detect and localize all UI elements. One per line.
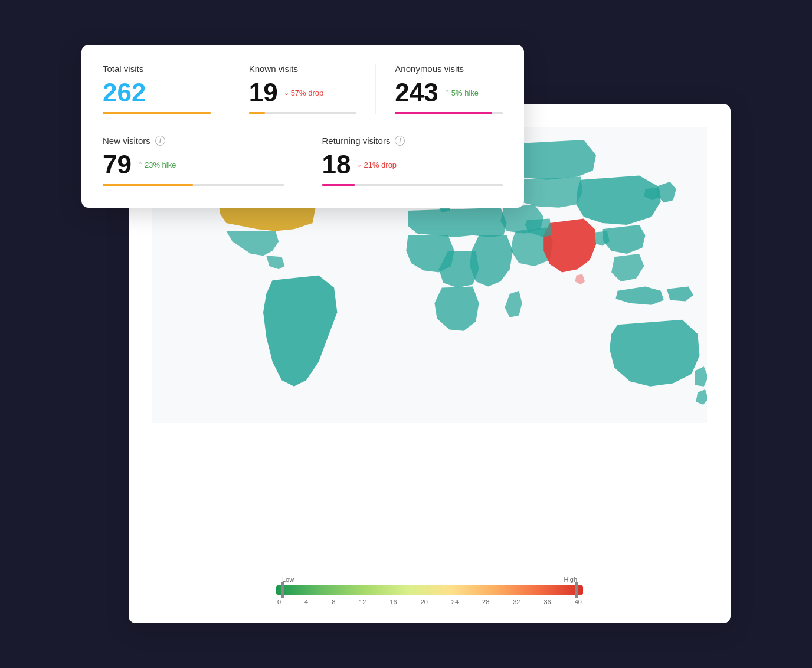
returning-visitors-arrow: ⌄ xyxy=(356,162,362,168)
known-visits-value: 19 xyxy=(249,80,278,106)
new-visitors-info-icon[interactable]: i xyxy=(155,136,165,146)
total-visits-label: Total visits xyxy=(103,64,211,74)
returning-visitors-info-icon[interactable]: i xyxy=(395,136,405,146)
map-legend: Low High 0 4 8 12 16 20 24 28 32 36 40 xyxy=(276,576,583,605)
known-visits-arrow: ⌄ xyxy=(284,90,289,96)
anonymous-visits-arrow: ⌃ xyxy=(444,90,450,96)
anonymous-visits-fill xyxy=(395,112,492,114)
total-visits-progress xyxy=(103,112,211,114)
known-visits-label: Known visits xyxy=(249,64,357,74)
new-visitors-progress xyxy=(103,184,284,186)
known-visits-fill xyxy=(249,112,265,114)
anonymous-visits-value: 243 xyxy=(395,80,438,106)
stats-top-row: Total visits 262 Known visits 19 ⌄ 57% d… xyxy=(103,64,503,114)
stats-bottom-row: New visitors i 79 ⌃ 23% hike xyxy=(103,136,503,186)
new-visitors-trend: ⌃ 23% hike xyxy=(137,161,176,169)
new-visitors-block: New visitors i 79 ⌃ 23% hike xyxy=(103,136,284,186)
returning-visitors-fill xyxy=(322,184,355,186)
returning-visitors-block: Returning visitors i 18 ⌄ 21% drop xyxy=(322,136,503,186)
anonymous-visits-label: Anonymous visits xyxy=(395,64,503,74)
dashboard-container: Low High 0 4 8 12 16 20 24 28 32 36 40 xyxy=(81,45,731,623)
total-visits-block: Total visits 262 xyxy=(103,64,211,114)
returning-visitors-label: Returning visitors xyxy=(322,136,391,146)
new-visitors-label-row: New visitors i xyxy=(103,136,284,146)
new-visitors-value: 79 xyxy=(103,152,132,178)
legend-gradient xyxy=(276,585,583,595)
returning-visitors-value: 18 xyxy=(322,152,351,178)
anonymous-visits-progress xyxy=(395,112,503,114)
divider-2 xyxy=(375,64,376,114)
new-visitors-fill xyxy=(103,184,193,186)
divider-1 xyxy=(230,64,230,114)
known-visits-block: Known visits 19 ⌄ 57% drop xyxy=(249,64,357,114)
stats-card: Total visits 262 Known visits 19 ⌄ 57% d… xyxy=(81,45,524,208)
new-visitors-label: New visitors xyxy=(103,136,150,146)
known-visits-progress xyxy=(249,112,357,114)
divider-3 xyxy=(303,136,303,186)
new-visitors-arrow: ⌃ xyxy=(137,162,143,168)
total-visits-fill xyxy=(103,112,211,114)
known-visits-trend: ⌄ 57% drop xyxy=(284,89,324,97)
returning-visitors-trend: ⌄ 21% drop xyxy=(356,161,397,169)
anonymous-visits-block: Anonymous visits 243 ⌃ 5% hike xyxy=(395,64,503,114)
returning-visitors-label-row: Returning visitors i xyxy=(322,136,503,146)
returning-visitors-progress xyxy=(322,184,503,186)
total-visits-value: 262 xyxy=(103,80,146,106)
legend-numbers: 0 4 8 12 16 20 24 28 32 36 40 xyxy=(276,598,583,605)
anonymous-visits-trend: ⌃ 5% hike xyxy=(444,89,479,97)
